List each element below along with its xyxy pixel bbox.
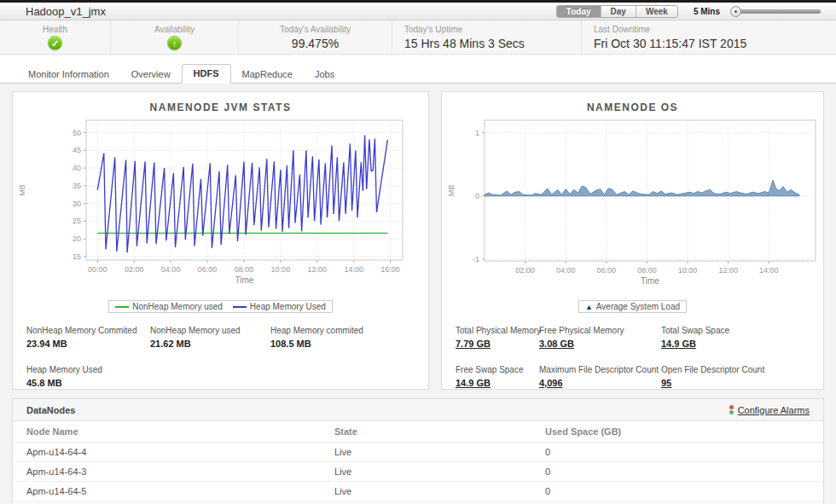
svg-text:-1: -1 — [473, 255, 479, 264]
namenode-os-panel: NAMENODE OS -10102:0004:0006:0008:0010:0… — [441, 91, 824, 390]
table-row: Apm-u14-64-3Live0 — [13, 462, 823, 482]
metric-label: Heap Memory commited — [270, 326, 415, 335]
os-chart-svg: -10102:0004:0006:0008:0010:0012:0014:00M… — [442, 113, 823, 296]
legend-label: NonHeap Memory used — [132, 302, 223, 311]
jvm-chart-svg: 152025303540455000:0002:0004:0006:0008:0… — [13, 113, 427, 296]
status-cell-last-downtime: Last DowntimeFri Oct 30 11:15:47 IST 201… — [582, 20, 836, 54]
time-range-button-week[interactable]: Week — [636, 6, 677, 17]
status-band: Health✓Availability↑Today's Availability… — [0, 20, 836, 55]
metric-maximum-file-descriptor-count: Maximum File Descriptor Count4,096 — [539, 365, 661, 390]
status-cell-availability: Availability↑ — [111, 20, 239, 54]
metric-value[interactable]: 14.9 GB — [456, 378, 491, 388]
status-label: Health — [43, 25, 67, 34]
datanodes-panel: DataNodes Configure Alarms Node NameStat… — [12, 398, 824, 504]
legend-line-marker-icon — [233, 306, 247, 308]
svg-text:MB: MB — [447, 185, 456, 197]
jvm-legend: NonHeap Memory usedHeap Memory Used — [13, 300, 428, 313]
traffic-light-icon — [729, 405, 734, 414]
svg-text:14:00: 14:00 — [344, 265, 363, 274]
jvm-legend-box: NonHeap Memory usedHeap Memory Used — [108, 300, 333, 313]
metric-free-physical-memory: Free Physical Memory3.08 GB — [539, 326, 661, 350]
os-stats-grid: Total Physical Memory7.79 GBFree Physica… — [442, 313, 823, 390]
state-cell: Live — [321, 462, 531, 482]
legend-line-marker-icon — [115, 306, 129, 308]
configure-alarms-link[interactable]: Configure Alarms — [729, 405, 810, 415]
metric-value[interactable]: 4,096 — [539, 378, 563, 388]
svg-text:1: 1 — [475, 129, 479, 137]
status-cell-health: Health✓ — [0, 20, 111, 54]
metric-nonheap-memory-used: NonHeap Memory used21.62 MB — [150, 326, 270, 350]
datanodes-header: DataNodes Configure Alarms — [13, 399, 823, 421]
metric-value[interactable]: 14.9 GB — [661, 339, 696, 349]
metric-nonheap-memory-commited: NonHeap Memory Commited23.94 MB — [26, 326, 150, 350]
time-range-button-today[interactable]: Today — [557, 6, 601, 17]
metric-label: Total Physical Memory — [456, 326, 539, 335]
tab-mapreduce[interactable]: MapReduce — [231, 66, 304, 84]
time-range-button-day[interactable]: Day — [601, 6, 636, 17]
svg-text:02:00: 02:00 — [515, 266, 535, 275]
svg-text:06:00: 06:00 — [597, 266, 617, 275]
table-row: Apm-u14-64-5Live0 — [13, 482, 823, 501]
legend-label: Average System Load — [596, 302, 680, 311]
column-header-state: State — [321, 421, 531, 443]
time-slider[interactable] — [732, 9, 821, 14]
svg-text:10:00: 10:00 — [678, 266, 698, 275]
metric-total-physical-memory: Total Physical Memory7.79 GB — [456, 326, 539, 350]
tab-jobs[interactable]: Jobs — [304, 66, 345, 84]
metric-label: Free Swap Space — [456, 365, 539, 374]
svg-text:25: 25 — [73, 217, 81, 225]
monitor-title: Hadoop_v1_jmx — [26, 5, 106, 18]
metric-value: 108.5 MB — [270, 339, 311, 349]
state-cell: Live — [321, 482, 531, 501]
svg-text:16:00: 16:00 — [380, 265, 400, 274]
status-value: 15 Hrs 48 Mins 3 Secs — [404, 37, 569, 50]
metric-open-file-descriptor-count: Open File Descriptor Count95 — [661, 365, 810, 390]
legend-triangle-marker-icon: ▲ — [585, 303, 593, 311]
svg-text:00:00: 00:00 — [88, 265, 107, 274]
legend-item-average-system-load[interactable]: ▲Average System Load — [585, 302, 680, 311]
namenode-jvm-panel: NAMENODE JVM STATS 152025303540455000:00… — [12, 91, 429, 390]
datanodes-title: DataNodes — [26, 405, 75, 415]
metric-value[interactable]: 3.08 GB — [539, 339, 574, 349]
availability-up-icon[interactable]: ↑ — [167, 36, 182, 50]
node-name-cell: Apm-u14-64-5 — [13, 482, 321, 501]
svg-text:08:00: 08:00 — [637, 266, 657, 275]
svg-text:Time: Time — [235, 275, 254, 285]
configure-alarms-label: Configure Alarms — [738, 405, 810, 415]
svg-text:45: 45 — [73, 146, 81, 154]
table-row: Apm-u14-64-4Live0 — [13, 443, 823, 462]
status-value: 99.475% — [292, 37, 339, 50]
svg-text:MB: MB — [18, 184, 26, 196]
metric-label: Free Physical Memory — [539, 326, 661, 335]
tab-bar: Monitor InformationOverviewHDFSMapReduce… — [0, 65, 836, 84]
content-area: NAMENODE JVM STATS 152025303540455000:00… — [0, 84, 836, 504]
svg-text:14:00: 14:00 — [759, 266, 779, 275]
tab-hdfs[interactable]: HDFS — [182, 64, 231, 84]
time-slider-handle[interactable] — [730, 6, 741, 17]
node-name-cell: Apm-u14-64-3 — [13, 462, 321, 482]
tab-overview[interactable]: Overview — [120, 66, 182, 84]
datanodes-table: Node NameStateUsed Space (GB) Apm-u14-64… — [13, 421, 823, 501]
tab-monitor-information[interactable]: Monitor Information — [17, 66, 120, 84]
metric-value: 21.62 MB — [150, 339, 191, 349]
svg-text:04:00: 04:00 — [556, 266, 576, 275]
metric-total-swap-space: Total Swap Space14.9 GB — [661, 326, 810, 350]
legend-item-nonheap-memory-used[interactable]: NonHeap Memory used — [115, 302, 223, 311]
metric-value[interactable]: 95 — [661, 378, 671, 388]
svg-text:06:00: 06:00 — [198, 265, 218, 274]
metric-free-swap-space: Free Swap Space14.9 GB — [456, 365, 539, 390]
used-space-cell: 0 — [531, 462, 823, 482]
health-ok-icon[interactable]: ✓ — [48, 36, 62, 50]
used-space-cell: 0 — [531, 482, 823, 501]
svg-text:0: 0 — [475, 192, 479, 200]
metric-label: NonHeap Memory Commited — [26, 326, 150, 335]
svg-text:12:00: 12:00 — [718, 266, 738, 275]
state-cell: Live — [321, 443, 531, 462]
legend-item-heap-memory-used[interactable]: Heap Memory Used — [233, 302, 326, 311]
metric-label: Heap Memory Used — [26, 365, 150, 374]
used-space-cell: 0 — [531, 443, 823, 462]
metric-value[interactable]: 7.79 GB — [456, 339, 491, 349]
status-cell-today-s-availability: Today's Availability99.475% — [239, 20, 392, 54]
svg-text:30: 30 — [73, 200, 81, 208]
status-label: Today's Uptime — [404, 25, 569, 34]
